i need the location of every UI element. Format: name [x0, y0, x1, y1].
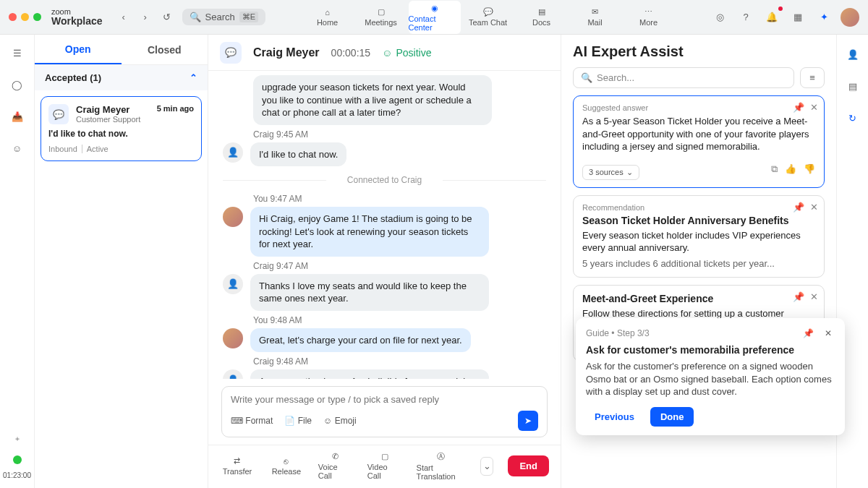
- message-bot: upgrade your season tickets for next yea…: [253, 75, 546, 125]
- inbox-rail-icon[interactable]: 📥: [8, 107, 27, 126]
- profile-tab-icon[interactable]: 👤: [843, 45, 862, 64]
- minimize-window-icon[interactable]: [21, 13, 29, 21]
- tab-docs[interactable]: ▤Docs: [516, 1, 568, 34]
- video-call-button[interactable]: ▢Video Call: [367, 452, 402, 480]
- help-icon[interactable]: ?: [736, 8, 755, 27]
- headset-rail-icon[interactable]: ◯: [8, 75, 27, 94]
- close-window-icon[interactable]: [9, 13, 17, 21]
- filter-button[interactable]: ≡: [800, 67, 825, 88]
- fullscreen-window-icon[interactable]: [33, 13, 41, 21]
- chat-channel-icon: 💬: [48, 104, 69, 124]
- person-icon: 👤: [223, 142, 243, 163]
- history-button[interactable]: ↺: [158, 8, 176, 27]
- contact-name: Craig Meyer: [76, 104, 140, 115]
- sources-button[interactable]: 3 sources ⌄: [582, 165, 639, 180]
- message-agent: Great, let's charge your card on file fo…: [223, 328, 546, 353]
- smile-icon: ☺: [382, 47, 392, 59]
- message-meta: You 9:48 AM: [253, 315, 546, 325]
- message-meta: You 9:47 AM: [253, 194, 546, 204]
- agent-avatar: [223, 328, 243, 348]
- message-customer: 👤 I'd like to chat now.: [223, 142, 546, 167]
- send-button[interactable]: ➤: [518, 411, 538, 431]
- message-bubble: upgrade your season tickets for next yea…: [253, 75, 492, 125]
- tab-team-chat[interactable]: 💬Team Chat: [462, 1, 514, 34]
- ai-sparkle-icon[interactable]: ✦: [814, 8, 833, 27]
- card-title: Meet-and-Greet Experience: [582, 293, 815, 304]
- card-title: Season Ticket Holder Anniversary Benefit…: [582, 215, 815, 226]
- close-icon[interactable]: ✕: [810, 102, 818, 113]
- translate-icon: Ⓐ: [437, 451, 445, 462]
- guide-breadcrumb: Guide • Step 3/3: [586, 328, 650, 338]
- chat-panel: 💬 Craig Meyer 00:00:15 ☺ Positive upgrad…: [208, 35, 561, 488]
- chat-transcript[interactable]: upgrade your season tickets for next yea…: [208, 71, 561, 379]
- tab-more[interactable]: ⋯More: [623, 1, 675, 34]
- message-meta: Craig 9:47 AM: [253, 261, 546, 271]
- engagements-panel: Open Closed Accepted (1) ⌃ 💬 Craig Meyer…: [35, 35, 208, 488]
- ai-tab-icon[interactable]: ↻: [843, 108, 862, 127]
- pin-icon[interactable]: 📌: [793, 291, 804, 302]
- wait-time: 5 min ago: [157, 104, 194, 113]
- close-icon[interactable]: ✕: [810, 291, 818, 302]
- bot-rail-icon[interactable]: ☺: [8, 139, 27, 158]
- transfer-button[interactable]: ⇄Transfer: [220, 456, 255, 476]
- notes-tab-icon[interactable]: ▤: [843, 77, 862, 95]
- more-actions-button[interactable]: ⌄: [480, 457, 493, 476]
- copy-icon[interactable]: ⧉: [771, 163, 778, 175]
- tab-open[interactable]: Open: [35, 35, 122, 64]
- forward-button[interactable]: ›: [136, 8, 155, 27]
- menu-icon[interactable]: ☰: [8, 43, 27, 62]
- tab-mail[interactable]: ✉Mail: [569, 1, 621, 34]
- search-placeholder: Search...: [597, 72, 634, 83]
- thumbs-down-icon[interactable]: 👎: [804, 163, 815, 175]
- voice-call-button[interactable]: ✆Voice Call: [318, 452, 353, 480]
- release-icon: ⎋: [284, 457, 289, 466]
- message-composer: ⌨ Format 📄 File ☺ Emoji ➤: [221, 386, 548, 437]
- tab-home[interactable]: ⌂Home: [302, 1, 354, 34]
- cast-icon[interactable]: ◎: [710, 8, 729, 27]
- suggested-answer-card[interactable]: 📌 ✕ Suggested answer As a 5-year Season …: [573, 95, 825, 188]
- message-customer: 👤 Thanks I love my seats and would like …: [223, 274, 546, 311]
- done-button[interactable]: Done: [650, 407, 694, 427]
- recommendation-card[interactable]: 📌 ✕ Recommendation Season Ticket Holder …: [573, 195, 825, 278]
- message-preview: I'd like to chat now.: [48, 129, 194, 139]
- close-icon[interactable]: ✕: [822, 327, 835, 340]
- header-contact-name: Craig Meyer: [253, 46, 320, 59]
- close-icon[interactable]: ✕: [810, 202, 818, 213]
- release-button[interactable]: ⎋Release: [269, 457, 304, 476]
- video-icon: ▢: [378, 7, 385, 17]
- message-bubble: I'd like to chat now.: [250, 142, 346, 167]
- file-button[interactable]: 📄 File: [284, 416, 312, 426]
- pin-icon[interactable]: 📌: [793, 102, 804, 113]
- group-accepted[interactable]: Accepted (1) ⌃: [35, 65, 208, 90]
- message-bubble: Awesome, thank you. Am I eligible for an…: [250, 369, 489, 379]
- end-button[interactable]: End: [508, 455, 549, 476]
- app-nav: ⌂Home ▢Meetings ◉Contact Center 💬Team Ch…: [271, 1, 705, 34]
- engagement-card[interactable]: 💬 Craig Meyer Customer Support 5 min ago…: [41, 96, 202, 161]
- global-search[interactable]: 🔍 Search ⌘E: [182, 9, 266, 25]
- message-meta: Craig 9:48 AM: [253, 356, 546, 367]
- previous-button[interactable]: Previous: [586, 407, 643, 427]
- translate-button[interactable]: ⒶStart Translation: [417, 451, 466, 481]
- main-layout: ☰ ◯ 📥 ☺ ＋ 01:23:00 Open Closed Accepted …: [0, 35, 868, 488]
- card-extra: 5 years includes 6 additional tickets pe…: [582, 257, 815, 270]
- ai-panel-title: AI Expert Assist: [573, 43, 825, 60]
- calendar-icon[interactable]: ▦: [788, 8, 807, 27]
- tab-meetings[interactable]: ▢Meetings: [355, 1, 407, 34]
- chevron-up-icon: ⌃: [190, 72, 197, 83]
- format-button[interactable]: ⌨ Format: [231, 416, 273, 426]
- tab-contact-center[interactable]: ◉Contact Center: [409, 1, 461, 34]
- notifications-icon[interactable]: 🔔: [762, 8, 781, 27]
- thumbs-up-icon[interactable]: 👍: [785, 163, 796, 175]
- add-button[interactable]: ＋: [8, 429, 27, 448]
- search-label: Search: [205, 12, 235, 22]
- pin-icon[interactable]: 📌: [793, 202, 804, 213]
- pin-icon[interactable]: 📌: [801, 327, 814, 340]
- search-shortcut: ⌘E: [239, 12, 258, 22]
- emoji-button[interactable]: ☺ Emoji: [323, 416, 357, 426]
- queue-name: Customer Support: [76, 115, 140, 124]
- back-button[interactable]: ‹: [114, 8, 133, 27]
- tab-closed[interactable]: Closed: [122, 35, 208, 64]
- ai-search-input[interactable]: 🔍 Search...: [573, 67, 794, 88]
- message-input[interactable]: [231, 394, 538, 405]
- profile-avatar[interactable]: [841, 8, 859, 27]
